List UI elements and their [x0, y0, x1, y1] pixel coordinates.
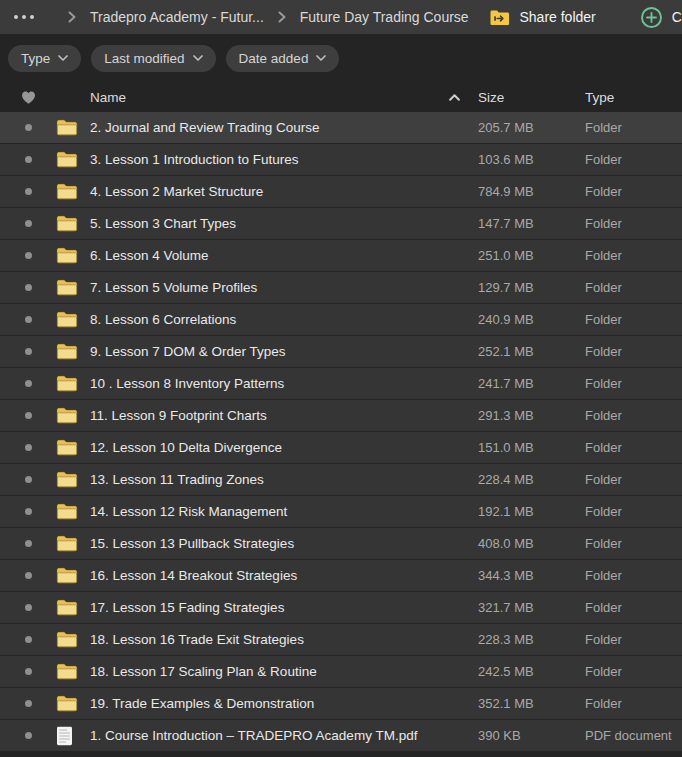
share-folder-button[interactable]: Share folder	[489, 9, 595, 26]
folder-icon	[56, 439, 78, 456]
selection-dot-icon[interactable]	[0, 284, 56, 291]
file-size: 103.6 MB	[478, 152, 585, 167]
selection-dot-icon[interactable]	[0, 540, 56, 547]
table-row[interactable]: 19. Trade Examples & Demonstration 352.1…	[0, 688, 682, 719]
selection-dot-icon[interactable]	[0, 700, 56, 707]
selection-dot-icon[interactable]	[0, 412, 56, 419]
file-type: Folder	[585, 568, 682, 583]
filter-type-dropdown[interactable]: Type	[8, 45, 81, 72]
table-row[interactable]: 14. Lesson 12 Risk Management 192.1 MB F…	[0, 496, 682, 527]
file-type: Folder	[585, 472, 682, 487]
file-size: 291.3 MB	[478, 408, 585, 423]
folder-icon	[56, 695, 78, 712]
file-size: 784.9 MB	[478, 184, 585, 199]
share-folder-icon	[489, 9, 510, 26]
selection-dot-icon[interactable]	[0, 220, 56, 227]
name-column-label: Name	[90, 90, 126, 105]
table-row[interactable]: 16. Lesson 14 Breakout Strategies 344.3 …	[0, 560, 682, 591]
pdf-file-icon	[56, 726, 73, 746]
selection-dot-icon[interactable]	[0, 604, 56, 611]
size-column-header[interactable]: Size	[478, 90, 585, 105]
folder-icon	[56, 151, 78, 168]
table-row[interactable]: 5. Lesson 3 Chart Types 147.7 MB Folder	[0, 208, 682, 239]
filter-last-modified-dropdown[interactable]: Last modified	[91, 45, 215, 72]
table-row[interactable]: 10 . Lesson 8 Inventory Patterns 241.7 M…	[0, 368, 682, 399]
folder-icon	[56, 375, 78, 392]
file-type: Folder	[585, 184, 682, 199]
folder-icon	[56, 183, 78, 200]
file-name: 17. Lesson 15 Fading Strategies	[90, 600, 478, 615]
table-row[interactable]: 1. Course Introduction – TRADEPRO Academ…	[0, 720, 682, 751]
file-name: 15. Lesson 13 Pullback Strategies	[90, 536, 478, 551]
selection-dot-icon[interactable]	[0, 252, 56, 259]
selection-dot-icon[interactable]	[0, 732, 56, 739]
file-type: Folder	[585, 696, 682, 711]
filter-date-added-label: Date added	[239, 51, 309, 66]
file-name: 18. Lesson 17 Scaling Plan & Routine	[90, 664, 478, 679]
filter-bar: Type Last modified Date added	[0, 34, 682, 82]
file-name: 10 . Lesson 8 Inventory Patterns	[90, 376, 478, 391]
file-name: 19. Trade Examples & Demonstration	[90, 696, 478, 711]
selection-dot-icon[interactable]	[0, 444, 56, 451]
chevron-right-icon	[278, 11, 286, 23]
create-button[interactable]: Creat	[640, 6, 682, 29]
file-type: Folder	[585, 280, 682, 295]
table-row[interactable]: 11. Lesson 9 Footprint Charts 291.3 MB F…	[0, 400, 682, 431]
folder-icon	[56, 279, 78, 296]
selection-dot-icon[interactable]	[0, 668, 56, 675]
chevron-down-icon	[316, 55, 326, 61]
top-bar: Tradepro Academy - Futur... Future Day T…	[0, 0, 682, 34]
table-row[interactable]: 3. Lesson 1 Introduction to Futures 103.…	[0, 144, 682, 175]
table-row[interactable]: 17. Lesson 15 Fading Strategies 321.7 MB…	[0, 592, 682, 623]
name-column-header[interactable]: Name	[90, 90, 478, 105]
folder-icon	[56, 599, 78, 616]
file-name: 5. Lesson 3 Chart Types	[90, 216, 478, 231]
folder-icon	[56, 663, 78, 680]
file-name: 9. Lesson 7 DOM & Order Types	[90, 344, 478, 359]
file-size: 129.7 MB	[478, 280, 585, 295]
file-type: Folder	[585, 632, 682, 647]
table-row[interactable]: 12. Lesson 10 Delta Divergence 151.0 MB …	[0, 432, 682, 463]
table-row[interactable]: 4. Lesson 2 Market Structure 784.9 MB Fo…	[0, 176, 682, 207]
file-type: Folder	[585, 440, 682, 455]
file-name: 6. Lesson 4 Volume	[90, 248, 478, 263]
table-row[interactable]: 7. Lesson 5 Volume Profiles 129.7 MB Fol…	[0, 272, 682, 303]
file-size: 241.7 MB	[478, 376, 585, 391]
file-size: 321.7 MB	[478, 600, 585, 615]
table-row[interactable]: 18. Lesson 16 Trade Exit Strategies 228.…	[0, 624, 682, 655]
file-type: Folder	[585, 152, 682, 167]
selection-dot-icon[interactable]	[0, 476, 56, 483]
selection-dot-icon[interactable]	[0, 572, 56, 579]
table-row[interactable]: 8. Lesson 6 Correlations 240.9 MB Folder	[0, 304, 682, 335]
table-row[interactable]: 18. Lesson 17 Scaling Plan & Routine 242…	[0, 656, 682, 687]
breadcrumb-current: Future Day Trading Course	[300, 9, 469, 25]
file-size: 205.7 MB	[478, 120, 585, 135]
file-name: 7. Lesson 5 Volume Profiles	[90, 280, 478, 295]
table-row[interactable]: 6. Lesson 4 Volume 251.0 MB Folder	[0, 240, 682, 271]
file-size: 252.1 MB	[478, 344, 585, 359]
filter-date-added-dropdown[interactable]: Date added	[226, 45, 340, 72]
table-row[interactable]: 15. Lesson 13 Pullback Strategies 408.0 …	[0, 528, 682, 559]
selection-dot-icon[interactable]	[0, 380, 56, 387]
selection-dot-icon[interactable]	[0, 156, 56, 163]
table-row[interactable]: 13. Lesson 11 Trading Zones 228.4 MB Fol…	[0, 464, 682, 495]
ellipsis-menu-icon[interactable]	[14, 15, 34, 19]
file-size: 151.0 MB	[478, 440, 585, 455]
table-row[interactable]: 9. Lesson 7 DOM & Order Types 252.1 MB F…	[0, 336, 682, 367]
file-name: 14. Lesson 12 Risk Management	[90, 504, 478, 519]
table-row[interactable]: 2. Journal and Review Trading Course 205…	[0, 112, 682, 143]
selection-dot-icon[interactable]	[0, 316, 56, 323]
filter-type-label: Type	[21, 51, 50, 66]
file-size: 147.7 MB	[478, 216, 585, 231]
selection-dot-icon[interactable]	[0, 348, 56, 355]
folder-icon	[56, 311, 78, 328]
chevron-down-icon	[193, 55, 203, 61]
favorite-column-header[interactable]	[0, 91, 56, 104]
breadcrumb-parent[interactable]: Tradepro Academy - Futur...	[90, 9, 264, 25]
selection-dot-icon[interactable]	[0, 636, 56, 643]
selection-dot-icon[interactable]	[0, 188, 56, 195]
selection-dot-icon[interactable]	[0, 508, 56, 515]
selection-dot-icon[interactable]	[0, 124, 56, 131]
folder-icon	[56, 631, 78, 648]
type-column-header[interactable]: Type	[585, 90, 682, 105]
